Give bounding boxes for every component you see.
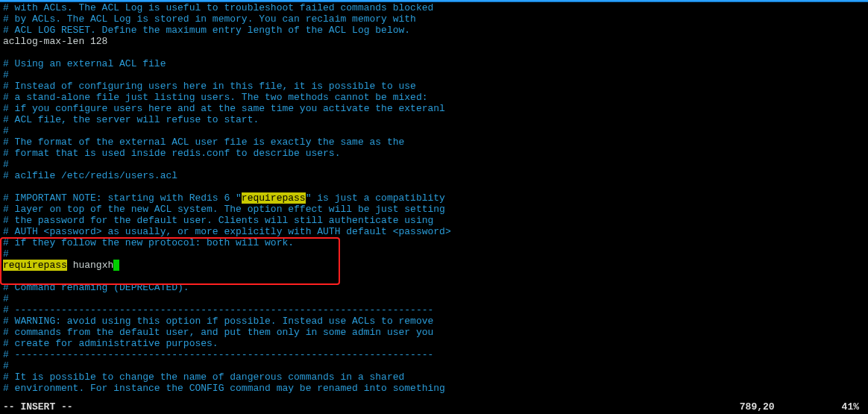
terminal-editor-viewport[interactable]: # with ACLs. The ACL Log is useful to tr… [0, 2, 868, 394]
config-comment-line: # [3, 360, 868, 371]
config-comment-line: # Using an external ACL file [3, 58, 868, 69]
config-comment-line: # aclfile /etc/redis/users.acl [3, 170, 868, 181]
config-comment-line: # AUTH <password> as usually, or more ex… [3, 226, 868, 237]
config-comment-line: # layer on top of the new ACL system. Th… [3, 204, 868, 215]
config-comment-line: # by ACLs. The ACL Log is stored in memo… [3, 13, 868, 25]
config-comment-line: # [3, 69, 868, 81]
vim-scroll-percent: 41% [842, 401, 865, 413]
config-comment-line: # create for administrative purposes. [3, 338, 868, 349]
config-comment-line: # environment. For instance the CONFIG c… [3, 383, 868, 394]
config-comment-line: # ACL file, the server will refuse to st… [3, 114, 868, 125]
config-comment-line: # the password for the default user. Cli… [3, 215, 868, 226]
vim-status-bar: -- INSERT -- 789,20 41% [3, 401, 865, 413]
config-comment-line: # format that is used inside redis.conf … [3, 148, 868, 159]
config-comment-line: # WARNING: avoid using this option if po… [3, 316, 868, 327]
annotation-highlight-box [0, 237, 340, 285]
blank-line [3, 181, 868, 192]
config-comment-line: # It is possible to change the name of d… [3, 371, 868, 383]
config-comment-line: # a stand-alone file just listing users.… [3, 92, 868, 103]
config-comment-line: # commands from the default user, and pu… [3, 327, 868, 338]
config-comment-line: # --------------------------------------… [3, 349, 868, 360]
config-comment-line: # [3, 125, 868, 137]
config-comment-line: # ACL LOG RESET. Define the maximum entr… [3, 25, 868, 36]
config-comment-line: # --------------------------------------… [3, 304, 868, 316]
config-comment-line: # if you configure users here and at the… [3, 103, 868, 114]
search-highlight: requirepass [242, 192, 306, 204]
config-directive-line: acllog-max-len 128 [3, 36, 868, 47]
config-comment-line: # The format of the external ACL user fi… [3, 137, 868, 148]
config-comment-line: # Instead of configuring users here in t… [3, 81, 868, 92]
vim-cursor-position: 789,20 [740, 401, 842, 413]
config-comment-line: # IMPORTANT NOTE: starting with Redis 6 … [3, 192, 868, 204]
config-comment-line: # [3, 159, 868, 170]
config-comment-line: # [3, 293, 868, 304]
vim-mode-indicator: -- INSERT -- [3, 401, 73, 413]
blank-line [3, 47, 868, 58]
config-comment-line: # with ACLs. The ACL Log is useful to tr… [3, 2, 868, 13]
